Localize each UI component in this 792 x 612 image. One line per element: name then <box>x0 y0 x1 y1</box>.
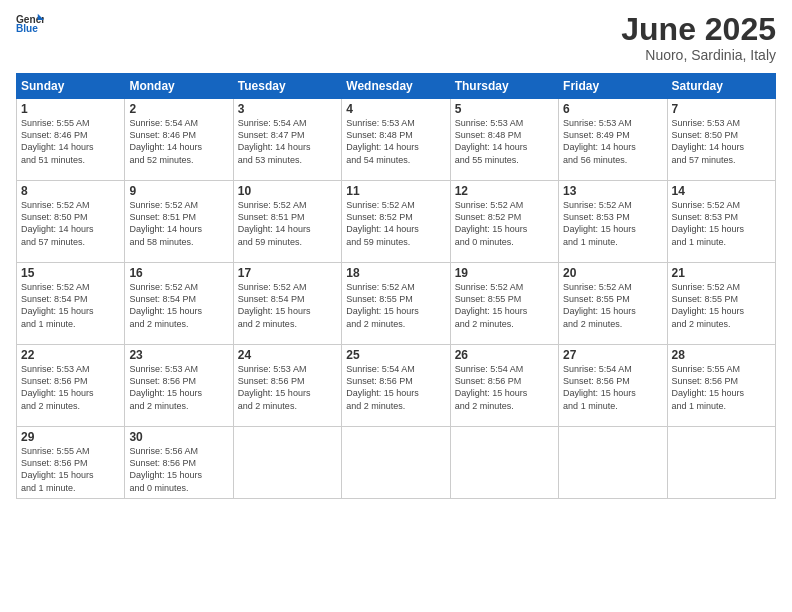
table-row: 2Sunrise: 5:54 AM Sunset: 8:46 PM Daylig… <box>125 99 233 181</box>
table-row: 18Sunrise: 5:52 AM Sunset: 8:55 PM Dayli… <box>342 263 450 345</box>
day-number: 4 <box>346 102 445 116</box>
calendar-week-row: 29Sunrise: 5:55 AM Sunset: 8:56 PM Dayli… <box>17 427 776 499</box>
logo: General Blue <box>16 12 44 34</box>
day-number: 21 <box>672 266 771 280</box>
table-row: 10Sunrise: 5:52 AM Sunset: 8:51 PM Dayli… <box>233 181 341 263</box>
day-number: 8 <box>21 184 120 198</box>
day-number: 27 <box>563 348 662 362</box>
calendar-body: 1Sunrise: 5:55 AM Sunset: 8:46 PM Daylig… <box>17 99 776 499</box>
day-info: Sunrise: 5:53 AM Sunset: 8:49 PM Dayligh… <box>563 117 662 166</box>
day-number: 28 <box>672 348 771 362</box>
day-info: Sunrise: 5:52 AM Sunset: 8:52 PM Dayligh… <box>455 199 554 248</box>
calendar-page: General Blue June 2025 Nuoro, Sardinia, … <box>0 0 792 612</box>
day-number: 16 <box>129 266 228 280</box>
table-row: 16Sunrise: 5:52 AM Sunset: 8:54 PM Dayli… <box>125 263 233 345</box>
day-number: 18 <box>346 266 445 280</box>
table-row: 17Sunrise: 5:52 AM Sunset: 8:54 PM Dayli… <box>233 263 341 345</box>
calendar-week-row: 22Sunrise: 5:53 AM Sunset: 8:56 PM Dayli… <box>17 345 776 427</box>
day-number: 7 <box>672 102 771 116</box>
day-number: 14 <box>672 184 771 198</box>
day-info: Sunrise: 5:52 AM Sunset: 8:55 PM Dayligh… <box>455 281 554 330</box>
day-number: 15 <box>21 266 120 280</box>
table-row: 22Sunrise: 5:53 AM Sunset: 8:56 PM Dayli… <box>17 345 125 427</box>
day-number: 9 <box>129 184 228 198</box>
day-info: Sunrise: 5:52 AM Sunset: 8:54 PM Dayligh… <box>21 281 120 330</box>
day-number: 11 <box>346 184 445 198</box>
table-row: 9Sunrise: 5:52 AM Sunset: 8:51 PM Daylig… <box>125 181 233 263</box>
table-row: 11Sunrise: 5:52 AM Sunset: 8:52 PM Dayli… <box>342 181 450 263</box>
day-number: 12 <box>455 184 554 198</box>
day-info: Sunrise: 5:54 AM Sunset: 8:56 PM Dayligh… <box>455 363 554 412</box>
table-row: 7Sunrise: 5:53 AM Sunset: 8:50 PM Daylig… <box>667 99 775 181</box>
calendar-week-row: 1Sunrise: 5:55 AM Sunset: 8:46 PM Daylig… <box>17 99 776 181</box>
day-number: 26 <box>455 348 554 362</box>
table-row <box>450 427 558 499</box>
day-info: Sunrise: 5:55 AM Sunset: 8:56 PM Dayligh… <box>21 445 120 494</box>
day-number: 17 <box>238 266 337 280</box>
table-row: 13Sunrise: 5:52 AM Sunset: 8:53 PM Dayli… <box>559 181 667 263</box>
calendar-week-row: 8Sunrise: 5:52 AM Sunset: 8:50 PM Daylig… <box>17 181 776 263</box>
header-saturday: Saturday <box>667 74 775 99</box>
svg-text:Blue: Blue <box>16 23 38 34</box>
table-row: 6Sunrise: 5:53 AM Sunset: 8:49 PM Daylig… <box>559 99 667 181</box>
day-number: 13 <box>563 184 662 198</box>
day-info: Sunrise: 5:52 AM Sunset: 8:53 PM Dayligh… <box>672 199 771 248</box>
calendar-title: June 2025 <box>621 12 776 47</box>
table-row: 14Sunrise: 5:52 AM Sunset: 8:53 PM Dayli… <box>667 181 775 263</box>
day-info: Sunrise: 5:54 AM Sunset: 8:56 PM Dayligh… <box>563 363 662 412</box>
table-row: 8Sunrise: 5:52 AM Sunset: 8:50 PM Daylig… <box>17 181 125 263</box>
table-row <box>667 427 775 499</box>
day-number: 22 <box>21 348 120 362</box>
day-info: Sunrise: 5:54 AM Sunset: 8:56 PM Dayligh… <box>346 363 445 412</box>
day-number: 1 <box>21 102 120 116</box>
table-row: 23Sunrise: 5:53 AM Sunset: 8:56 PM Dayli… <box>125 345 233 427</box>
day-info: Sunrise: 5:53 AM Sunset: 8:56 PM Dayligh… <box>238 363 337 412</box>
day-number: 20 <box>563 266 662 280</box>
table-row: 26Sunrise: 5:54 AM Sunset: 8:56 PM Dayli… <box>450 345 558 427</box>
day-number: 30 <box>129 430 228 444</box>
day-number: 5 <box>455 102 554 116</box>
table-row: 5Sunrise: 5:53 AM Sunset: 8:48 PM Daylig… <box>450 99 558 181</box>
day-number: 24 <box>238 348 337 362</box>
day-info: Sunrise: 5:52 AM Sunset: 8:54 PM Dayligh… <box>129 281 228 330</box>
table-row: 25Sunrise: 5:54 AM Sunset: 8:56 PM Dayli… <box>342 345 450 427</box>
header-thursday: Thursday <box>450 74 558 99</box>
header: General Blue June 2025 Nuoro, Sardinia, … <box>16 12 776 63</box>
day-number: 29 <box>21 430 120 444</box>
day-info: Sunrise: 5:55 AM Sunset: 8:56 PM Dayligh… <box>672 363 771 412</box>
day-info: Sunrise: 5:52 AM Sunset: 8:55 PM Dayligh… <box>563 281 662 330</box>
table-row: 1Sunrise: 5:55 AM Sunset: 8:46 PM Daylig… <box>17 99 125 181</box>
day-info: Sunrise: 5:52 AM Sunset: 8:55 PM Dayligh… <box>672 281 771 330</box>
header-sunday: Sunday <box>17 74 125 99</box>
header-monday: Monday <box>125 74 233 99</box>
header-tuesday: Tuesday <box>233 74 341 99</box>
day-number: 3 <box>238 102 337 116</box>
generalblue-logo-icon: General Blue <box>16 12 44 34</box>
table-row: 27Sunrise: 5:54 AM Sunset: 8:56 PM Dayli… <box>559 345 667 427</box>
day-info: Sunrise: 5:56 AM Sunset: 8:56 PM Dayligh… <box>129 445 228 494</box>
day-number: 19 <box>455 266 554 280</box>
day-info: Sunrise: 5:55 AM Sunset: 8:46 PM Dayligh… <box>21 117 120 166</box>
day-info: Sunrise: 5:52 AM Sunset: 8:52 PM Dayligh… <box>346 199 445 248</box>
day-info: Sunrise: 5:52 AM Sunset: 8:51 PM Dayligh… <box>238 199 337 248</box>
table-row <box>559 427 667 499</box>
day-info: Sunrise: 5:54 AM Sunset: 8:47 PM Dayligh… <box>238 117 337 166</box>
table-row: 15Sunrise: 5:52 AM Sunset: 8:54 PM Dayli… <box>17 263 125 345</box>
table-row: 3Sunrise: 5:54 AM Sunset: 8:47 PM Daylig… <box>233 99 341 181</box>
table-row: 29Sunrise: 5:55 AM Sunset: 8:56 PM Dayli… <box>17 427 125 499</box>
day-number: 25 <box>346 348 445 362</box>
table-row: 20Sunrise: 5:52 AM Sunset: 8:55 PM Dayli… <box>559 263 667 345</box>
day-info: Sunrise: 5:53 AM Sunset: 8:48 PM Dayligh… <box>455 117 554 166</box>
table-row: 19Sunrise: 5:52 AM Sunset: 8:55 PM Dayli… <box>450 263 558 345</box>
table-row: 4Sunrise: 5:53 AM Sunset: 8:48 PM Daylig… <box>342 99 450 181</box>
day-info: Sunrise: 5:53 AM Sunset: 8:56 PM Dayligh… <box>21 363 120 412</box>
day-info: Sunrise: 5:53 AM Sunset: 8:48 PM Dayligh… <box>346 117 445 166</box>
day-info: Sunrise: 5:53 AM Sunset: 8:56 PM Dayligh… <box>129 363 228 412</box>
header-wednesday: Wednesday <box>342 74 450 99</box>
day-number: 6 <box>563 102 662 116</box>
weekday-header-row: Sunday Monday Tuesday Wednesday Thursday… <box>17 74 776 99</box>
day-info: Sunrise: 5:53 AM Sunset: 8:50 PM Dayligh… <box>672 117 771 166</box>
day-info: Sunrise: 5:52 AM Sunset: 8:55 PM Dayligh… <box>346 281 445 330</box>
table-row: 21Sunrise: 5:52 AM Sunset: 8:55 PM Dayli… <box>667 263 775 345</box>
table-row <box>233 427 341 499</box>
